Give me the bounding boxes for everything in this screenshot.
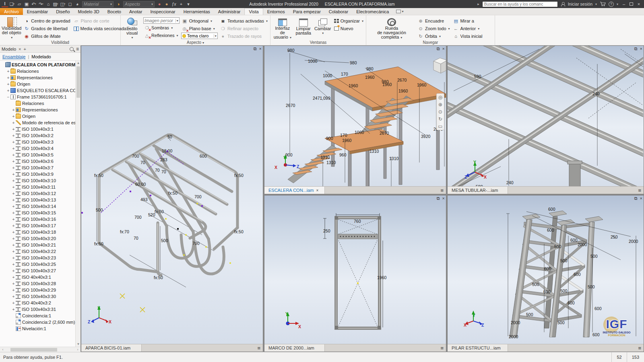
viewport-3d-canvas[interactable]: 6006002502000600200050050050060060050050…: [448, 195, 644, 344]
expand-icon[interactable]: +: [11, 114, 16, 119]
ribbon-tab-vista[interactable]: Vista: [244, 8, 263, 15]
tree-item[interactable]: +ISO 100x40x3:15: [0, 210, 75, 216]
ribbon-tab-modelo-3d[interactable]: Modelo 3D: [74, 8, 103, 15]
expand-icon[interactable]: +: [11, 166, 16, 170]
tree-item[interactable]: +ISO 100x40x3:9: [0, 171, 75, 177]
ortogonal-button[interactable]: ▣ Ortogonal▾: [181, 17, 218, 25]
expand-icon[interactable]: +: [11, 269, 16, 273]
browser-search-icon[interactable]: [70, 47, 74, 51]
viewport-title-tab[interactable]: APARCA BICIS-01.iam: [81, 344, 142, 352]
sketch-icon[interactable]: ▨▾: [52, 1, 59, 7]
ribbon-tab-para-empezar[interactable]: Para empezar: [289, 8, 325, 15]
viewport-restore-icon[interactable]: ⧉: [634, 46, 638, 51]
tree-item[interactable]: +Origen: [0, 113, 75, 119]
subtab-ensamblaje[interactable]: Ensamblaje: [2, 54, 25, 59]
viewport-3d-canvas[interactable]: 7602501960YX ⧉ ×: [264, 195, 446, 344]
hamburger-icon[interactable]: ≡: [636, 345, 644, 351]
redo-icon[interactable]: ↷▾: [38, 1, 44, 7]
expand-icon[interactable]: +: [11, 191, 16, 196]
expand-icon[interactable]: +: [6, 69, 10, 74]
viewport-close-icon[interactable]: ×: [259, 46, 262, 51]
ribbon-tab-administrar[interactable]: Administrar: [214, 8, 245, 15]
anterior-button[interactable]: ← Anterior▾: [452, 25, 483, 32]
ribbon-tab-colaborar[interactable]: Colaborar: [325, 8, 352, 15]
tree-scroll-thumb[interactable]: [76, 66, 80, 98]
hamburger-icon[interactable]: ≡: [255, 345, 263, 351]
expand-icon[interactable]: +: [11, 153, 16, 157]
tree-item[interactable]: Relaciones: [0, 100, 75, 107]
nuevo-button[interactable]: Nuevo: [333, 25, 364, 32]
expand-icon[interactable]: +: [11, 262, 16, 267]
tree-item[interactable]: +Relaciones: [0, 68, 75, 74]
tree-item[interactable]: +ISO 100x40x3:3: [0, 139, 75, 145]
plano-base-button[interactable]: ◎ Plano base▾: [181, 25, 218, 32]
interfaz-de-usuario-button[interactable]: Interfaz de usuario ▾: [272, 16, 293, 40]
ribbon-tab-anotar[interactable]: Anotar: [125, 8, 146, 15]
navigation-toolbar[interactable]: ◎⊕⊙↻▭: [436, 93, 444, 130]
tree-item[interactable]: +ISO 100x40x3:7: [0, 165, 75, 171]
expand-icon[interactable]: +: [11, 237, 16, 241]
tree-item[interactable]: +ISO 100x40x3:23: [0, 255, 75, 261]
pan-icon[interactable]: ⊕: [438, 102, 442, 107]
expand-icon[interactable]: +: [11, 294, 16, 299]
save-icon[interactable]: ▣: [23, 1, 30, 7]
appearance-wheel-icon[interactable]: ◕: [74, 1, 80, 7]
trazado-de-rayos-button[interactable]: ● Trazado de rayos: [219, 33, 268, 40]
encuadre-button[interactable]: ⊕ Encuadre: [417, 17, 451, 25]
new-file-icon[interactable]: ❏▾: [9, 1, 15, 7]
reflexiones-button[interactable]: △ Reflexiones▾: [143, 32, 180, 39]
tree-item[interactable]: +ISO 100x40x3:11: [0, 184, 75, 190]
tree-hscroll-thumb[interactable]: [10, 348, 57, 352]
expand-icon[interactable]: +: [11, 108, 16, 112]
add-qat-icon[interactable]: +: [178, 1, 184, 7]
open-file-icon[interactable]: ▱: [16, 1, 23, 7]
undo-icon[interactable]: ↶▾: [31, 1, 37, 7]
expand-icon[interactable]: +: [11, 243, 16, 247]
color-wheel-icon[interactable]: ◑: [115, 1, 122, 7]
look-at-icon[interactable]: ▭: [438, 124, 442, 129]
hamburger-icon[interactable]: ≡: [438, 187, 446, 193]
restore-button[interactable]: [630, 2, 633, 6]
material-combo[interactable]: Material▾: [82, 1, 114, 7]
viewport-restore-icon[interactable]: ⧉: [254, 46, 257, 51]
tree-item[interactable]: Coincidencia:2 (2,600 mm): [0, 319, 75, 325]
viewport-title-tab[interactable]: MARCO DE 2000...iam: [264, 344, 325, 352]
adjust-icon[interactable]: ●: [156, 1, 163, 7]
expand-icon[interactable]: +: [11, 288, 16, 292]
sombras-button[interactable]: ❍ Sombras▾: [143, 24, 180, 31]
expand-icon[interactable]: +: [11, 217, 16, 222]
expand-icon[interactable]: +: [11, 140, 16, 144]
limpiar-pantalla-button[interactable]: Limpiarpantalla: [295, 16, 312, 40]
viewport-title-tab[interactable]: MESA TUBULAR-...iam: [448, 187, 508, 194]
search-collapse-icon[interactable]: ▸: [477, 2, 479, 6]
tree-item[interactable]: +ISO 40x40x3:1: [0, 274, 75, 280]
ribbon-tab-herramientas[interactable]: Herramientas: [180, 8, 214, 15]
browser-tab-close-icon[interactable]: ×: [19, 47, 21, 51]
ribbon-tab-electromecánica[interactable]: Electromecánica: [352, 8, 393, 15]
sign-in-link[interactable]: Iniciar sesión: [568, 2, 592, 6]
help-dropdown-icon[interactable]: ▾: [617, 2, 618, 6]
minimize-button[interactable]: –: [621, 2, 627, 6]
tree-item[interactable]: +ISO 100x40x3:10: [0, 177, 75, 184]
organizar-button[interactable]: Organizar▾: [333, 17, 364, 25]
grados-de-libertad-button[interactable]: ↻ Grados de libertad: [23, 25, 71, 32]
close-button[interactable]: ×: [636, 2, 642, 6]
viewport-restore-icon[interactable]: ⧉: [634, 196, 638, 201]
ribbon-tab-ensamblar[interactable]: Ensamblar: [23, 8, 52, 15]
viewport-3d-canvas[interactable]: 9801000980980100017019602670980196019601…: [264, 46, 446, 186]
orbita-button[interactable]: ↻ Órbita▾: [417, 33, 451, 40]
ribbon-tab-diseño[interactable]: Diseño: [52, 8, 74, 15]
tree-item[interactable]: +ISO 100x40x3:14: [0, 203, 75, 210]
store-cart-icon[interactable]: [600, 2, 606, 6]
refinar-aspecto-button[interactable]: ❍ Refinar aspecto: [219, 25, 268, 32]
tree-item[interactable]: +ISO 100x40x3:1: [0, 126, 75, 132]
ribbon-tab-entornos[interactable]: Entornos: [263, 8, 289, 15]
clear-overrides-icon[interactable]: ●: [163, 1, 170, 7]
tree-item[interactable]: +ISO 100x40x3:21: [0, 242, 75, 248]
glifos-de-imate-button[interactable]: ◉ Glifos de iMate: [23, 33, 71, 40]
expand-icon[interactable]: +: [11, 185, 16, 189]
expand-icon[interactable]: +: [11, 307, 16, 312]
tree-item[interactable]: +ISO 100x40x3:12: [0, 190, 75, 197]
ribbon-overflow-button[interactable]: ▾: [393, 8, 407, 15]
expand-icon[interactable]: +: [11, 282, 16, 286]
